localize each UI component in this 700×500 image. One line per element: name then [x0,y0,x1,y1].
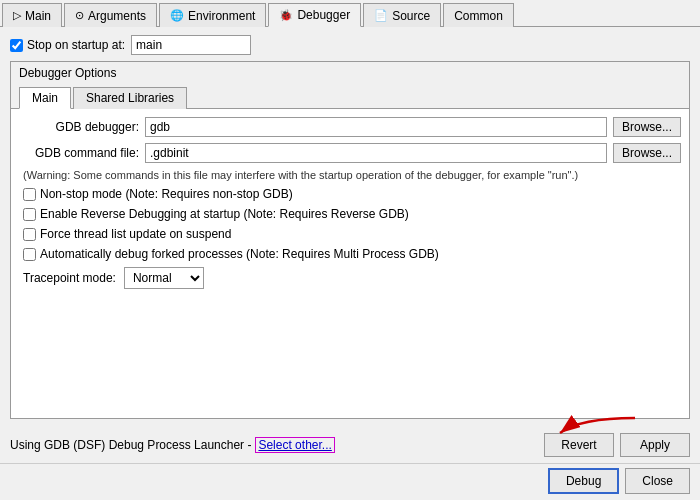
tab-main-label: Main [25,9,51,23]
gdb-debugger-browse-button[interactable]: Browse... [613,117,681,137]
inner-tab-main-label: Main [32,91,58,105]
stop-startup-text: Stop on startup at: [27,38,125,52]
tab-debugger[interactable]: 🐞 Debugger [268,3,361,27]
main-content: Stop on startup at: main Debugger Option… [0,27,700,427]
inner-tab-shared-libs-label: Shared Libraries [86,91,174,105]
force-thread-label: Force thread list update on suspend [40,227,231,241]
non-stop-checkbox[interactable] [23,188,36,201]
gdb-command-label: GDB command file: [19,146,139,160]
tab-source[interactable]: 📄 Source [363,3,441,27]
non-stop-label: Non-stop mode (Note: Requires non-stop G… [40,187,293,201]
force-thread-row: Force thread list update on suspend [19,227,681,241]
gdb-command-input[interactable]: .gdbinit [145,143,607,163]
auto-fork-label: Automatically debug forked processes (No… [40,247,439,261]
debugger-options-title: Debugger Options [11,62,689,82]
debug-button[interactable]: Debug [548,468,619,494]
inner-tab-content: GDB debugger: gdb Browse... GDB command … [11,109,689,418]
select-other-link[interactable]: Select other... [255,437,334,453]
debugger-icon: 🐞 [279,9,293,22]
debugger-options-group: Debugger Options Main Shared Libraries G… [10,61,690,419]
arguments-icon: ⊙ [75,9,84,22]
force-thread-checkbox[interactable] [23,228,36,241]
stop-startup-checkbox[interactable] [10,39,23,52]
environment-icon: 🌐 [170,9,184,22]
stop-startup-row: Stop on startup at: main [10,35,690,55]
tracepoint-select[interactable]: Normal Fast Static [124,267,204,289]
gdb-debugger-row: GDB debugger: gdb Browse... [19,117,681,137]
launcher-row: Using GDB (DSF) Debug Process Launcher -… [10,433,690,457]
main-icon: ▷ [13,9,21,22]
tracepoint-row: Tracepoint mode: Normal Fast Static [19,267,681,289]
tab-source-label: Source [392,9,430,23]
gdb-debugger-input[interactable]: gdb [145,117,607,137]
inner-tab-bar: Main Shared Libraries [11,82,689,109]
gdb-command-row: GDB command file: .gdbinit Browse... [19,143,681,163]
tab-main[interactable]: ▷ Main [2,3,62,27]
auto-fork-row: Automatically debug forked processes (No… [19,247,681,261]
gdb-command-browse-button[interactable]: Browse... [613,143,681,163]
dialog: ▷ Main ⊙ Arguments 🌐 Environment 🐞 Debug… [0,0,700,500]
tab-common[interactable]: Common [443,3,514,27]
launcher-text: Using GDB (DSF) Debug Process Launcher - [10,438,251,452]
tab-environment-label: Environment [188,9,255,23]
tab-environment[interactable]: 🌐 Environment [159,3,266,27]
inner-tab-main[interactable]: Main [19,87,71,109]
stop-startup-label: Stop on startup at: [10,38,125,52]
reverse-debug-row: Enable Reverse Debugging at startup (Not… [19,207,681,221]
tab-arguments[interactable]: ⊙ Arguments [64,3,157,27]
dialog-buttons: Debug Close [0,463,700,500]
tab-common-label: Common [454,9,503,23]
auto-fork-checkbox[interactable] [23,248,36,261]
gdb-debugger-label: GDB debugger: [19,120,139,134]
red-arrow-icon [540,413,640,453]
tab-arguments-label: Arguments [88,9,146,23]
source-icon: 📄 [374,9,388,22]
warning-text: (Warning: Some commands in this file may… [19,169,681,181]
stop-startup-input[interactable]: main [131,35,251,55]
tracepoint-label: Tracepoint mode: [23,271,116,285]
top-tab-bar: ▷ Main ⊙ Arguments 🌐 Environment 🐞 Debug… [0,0,700,27]
close-button[interactable]: Close [625,468,690,494]
bottom-area: Using GDB (DSF) Debug Process Launcher -… [0,427,700,463]
inner-tab-shared-libs[interactable]: Shared Libraries [73,87,187,109]
non-stop-row: Non-stop mode (Note: Requires non-stop G… [19,187,681,201]
tab-debugger-label: Debugger [297,8,350,22]
reverse-debug-label: Enable Reverse Debugging at startup (Not… [40,207,409,221]
reverse-debug-checkbox[interactable] [23,208,36,221]
